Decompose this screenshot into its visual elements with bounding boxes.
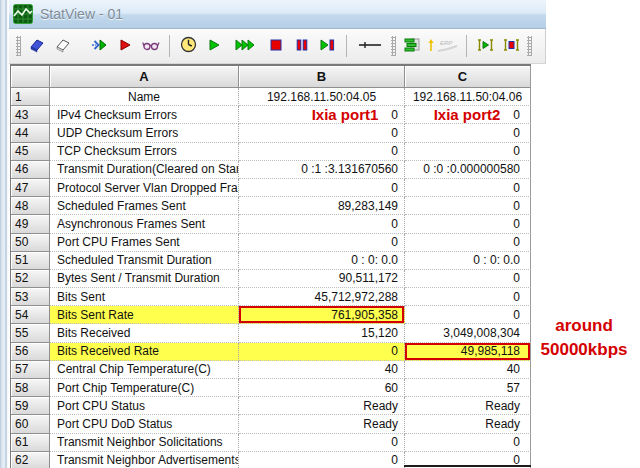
clock-button[interactable] [176,34,200,58]
value-cell-c-row-57[interactable]: 40 [405,361,531,379]
eraser-white-button[interactable] [51,34,75,58]
row-number-56[interactable]: 56 [11,343,50,361]
value-cell-c-row-53[interactable]: 0 [405,288,531,306]
name-cell-row-50[interactable]: Port CPU Frames Sent [50,234,239,252]
name-cell-row-61[interactable]: Transmit Neighbor Solicitations [50,434,239,452]
value-cell-c-row-47[interactable]: 0 [405,179,531,197]
name-cell-row-1[interactable]: Name [50,88,239,106]
glasses-view-button[interactable] [139,34,163,58]
value-cell-c-row-61[interactable]: 0 [405,434,531,452]
name-cell-row-57[interactable]: Central Chip Temperature(C) [50,361,239,379]
name-cell-row-43[interactable]: IPv4 Checksum Errors [50,106,239,124]
value-cell-b-row-52[interactable]: 90,511,172 [239,270,405,288]
value-cell-b-row-51[interactable]: 0 : 0: 0.0 [239,252,405,270]
timeline-button[interactable] [353,34,387,58]
jump-stop-button[interactable] [499,34,523,58]
value-cell-c-row-1[interactable]: 192.168.11.50:04.06 [405,88,531,106]
value-cell-b-row-54[interactable]: 761,905,358 [239,306,405,324]
row-number-53[interactable]: 53 [11,288,50,306]
value-cell-b-row-59[interactable]: Ready [239,397,405,415]
row-number-58[interactable]: 58 [11,379,50,397]
erp-upload-button[interactable]: ERP [426,34,460,58]
value-cell-b-row-58[interactable]: 60 [239,379,405,397]
row-number-47[interactable]: 47 [11,179,50,197]
name-cell-row-51[interactable]: Scheduled Transmit Duration [50,252,239,270]
row-number-50[interactable]: 50 [11,234,50,252]
row-number-60[interactable]: 60 [11,415,50,433]
value-cell-b-row-44[interactable]: 0 [239,124,405,142]
value-cell-c-row-44[interactable]: 0 [405,124,531,142]
row-number-46[interactable]: 46 [11,161,50,179]
name-cell-row-60[interactable]: Port CPU DoD Status [50,415,239,433]
row-number-1[interactable]: 1 [11,88,50,106]
name-cell-row-44[interactable]: UDP Checksum Errors [50,124,239,142]
name-cell-row-45[interactable]: TCP Checksum Errors [50,143,239,161]
row-number-43[interactable]: 43 [11,106,50,124]
name-cell-row-58[interactable]: Port Chip Temperature(C) [50,379,239,397]
value-cell-b-row-49[interactable]: 0 [239,215,405,233]
name-cell-row-47[interactable]: Protocol Server Vlan Dropped Frames [50,179,239,197]
row-number-48[interactable]: 48 [11,197,50,215]
value-cell-b-row-53[interactable]: 45,712,972,288 [239,288,405,306]
name-cell-row-48[interactable]: Scheduled Frames Sent [50,197,239,215]
pause-button[interactable] [290,34,314,58]
value-cell-c-row-48[interactable]: 0 [405,197,531,215]
name-cell-row-56[interactable]: Bits Received Rate [50,343,239,361]
column-header-b[interactable]: B [239,66,405,88]
value-cell-c-row-60[interactable]: Ready [405,415,531,433]
value-cell-c-row-59[interactable]: Ready [405,397,531,415]
row-number-44[interactable]: 44 [11,124,50,142]
value-cell-c-row-51[interactable]: 0 : 0: 0.0 [405,252,531,270]
value-cell-b-row-56[interactable]: 0 [239,343,405,361]
jump-start-button[interactable] [473,34,497,58]
value-cell-b-row-48[interactable]: 89,283,149 [239,197,405,215]
row-number-57[interactable]: 57 [11,361,50,379]
row-number-54[interactable]: 54 [11,306,50,324]
value-cell-b-row-62[interactable]: 0 [239,452,405,468]
value-cell-c-row-52[interactable]: 0 [405,270,531,288]
value-cell-c-row-55[interactable]: 3,049,008,304 [405,324,531,342]
value-cell-b-row-1[interactable]: 192.168.11.50:04.05 [239,88,405,106]
value-cell-c-row-46[interactable]: 0 :0 :0.000000580 [405,161,531,179]
value-cell-b-row-45[interactable]: 0 [239,143,405,161]
table-corner-cell[interactable] [11,66,50,88]
name-cell-row-49[interactable]: Asynchronous Frames Sent [50,215,239,233]
value-cell-b-row-50[interactable]: 0 [239,234,405,252]
stacked-views-button[interactable] [400,34,424,58]
fast-forward-button[interactable] [228,34,262,58]
name-cell-row-59[interactable]: Port CPU Status [50,397,239,415]
value-cell-c-row-54[interactable]: 0 [405,306,531,324]
name-cell-row-55[interactable]: Bits Received [50,324,239,342]
row-number-59[interactable]: 59 [11,397,50,415]
name-cell-row-46[interactable]: Transmit Duration(Cleared on Start Tx) [50,161,239,179]
row-number-55[interactable]: 55 [11,324,50,342]
stop-button[interactable] [264,34,288,58]
value-cell-c-row-56[interactable]: 49,985,118 [405,343,531,361]
name-cell-row-54[interactable]: Bits Sent Rate [50,306,239,324]
column-header-a[interactable]: A [50,66,239,88]
name-cell-row-53[interactable]: Bits Sent [50,288,239,306]
value-cell-b-row-43[interactable]: Ixia port10 [239,106,405,124]
value-cell-b-row-55[interactable]: 15,120 [239,324,405,342]
title-bar[interactable]: StatView - 01 [9,0,546,29]
value-cell-b-row-60[interactable]: Ready [239,415,405,433]
value-cell-b-row-46[interactable]: 0 :1 :3.131670560 [239,161,405,179]
clear-and-start-button[interactable] [87,34,111,58]
value-cell-b-row-57[interactable]: 40 [239,361,405,379]
red-marker-button[interactable] [113,34,137,58]
row-number-51[interactable]: 51 [11,252,50,270]
play-button[interactable] [202,34,226,58]
value-cell-c-row-58[interactable]: 57 [405,379,531,397]
row-number-45[interactable]: 45 [11,143,50,161]
value-cell-b-row-61[interactable]: 0 [239,434,405,452]
row-number-49[interactable]: 49 [11,215,50,233]
name-cell-row-52[interactable]: Bytes Sent / Transmit Duration [50,270,239,288]
value-cell-c-row-45[interactable]: 0 [405,143,531,161]
column-header-c[interactable]: C [405,66,531,88]
row-number-62[interactable]: 62 [11,452,50,468]
value-cell-c-row-43[interactable]: Ixia port20 [405,106,531,124]
row-number-61[interactable]: 61 [11,434,50,452]
eraser-blue-button[interactable] [25,34,49,58]
value-cell-b-row-47[interactable]: 0 [239,179,405,197]
row-number-52[interactable]: 52 [11,270,50,288]
